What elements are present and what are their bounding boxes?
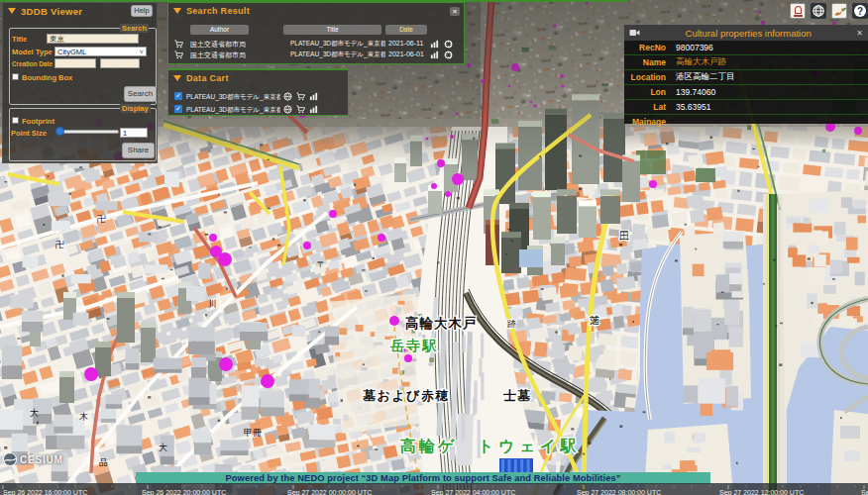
svg-text:品: 品	[99, 457, 108, 467]
svg-text:高輪大木戸: 高輪大木戸	[405, 315, 478, 331]
svg-text:〒: 〒	[317, 259, 326, 269]
svg-text:Sep 27 2022 12:00:00 UTC: Sep 27 2022 12:00:00 UTC	[719, 489, 804, 495]
svg-text:大: 大	[159, 443, 167, 452]
svg-text:トウェイ駅: トウェイ駅	[478, 438, 581, 454]
svg-text:士墓: 士墓	[503, 388, 531, 403]
svg-text:卍: 卍	[55, 240, 64, 249]
svg-text:川: 川	[208, 299, 217, 309]
svg-text:?: ?	[857, 6, 863, 17]
svg-text:甲冊: 甲冊	[244, 428, 262, 438]
svg-text:Sep 27 2022 04:00:00 UTC: Sep 27 2022 04:00:00 UTC	[431, 489, 515, 495]
svg-text:Sep 26 2022 20:00:00 UTC: Sep 26 2022 20:00:00 UTC	[142, 489, 226, 495]
svg-text:岳寺駅: 岳寺駅	[389, 338, 438, 353]
svg-text:Sep: Sep	[861, 489, 868, 495]
svg-text:木: 木	[79, 412, 88, 422]
svg-text:Sep 26 2022 16:00:00 UTC: Sep 26 2022 16:00:00 UTC	[3, 489, 87, 495]
svg-text:跡: 跡	[507, 319, 516, 329]
svg-text:Sep 27 2022 00:00:00 UTC: Sep 27 2022 00:00:00 UTC	[287, 489, 372, 495]
svg-text:大: 大	[30, 408, 39, 418]
svg-text:卍: 卍	[97, 214, 106, 224]
svg-text:墓および赤穂: 墓および赤穂	[362, 388, 450, 403]
svg-text:Sep 27 2022 08:00:00 UTC: Sep 27 2022 08:00:00 UTC	[577, 489, 661, 495]
svg-text:高輪ゲ: 高輪ゲ	[400, 437, 457, 454]
